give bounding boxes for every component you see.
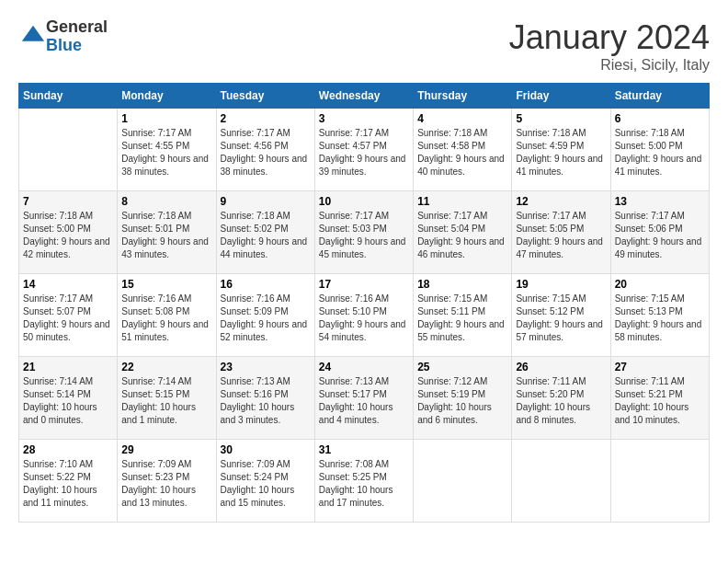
day-info: Sunrise: 7:12 AMSunset: 5:19 PMDaylight:…: [417, 375, 507, 427]
calendar-cell: 3Sunrise: 7:17 AMSunset: 4:57 PMDaylight…: [314, 109, 413, 191]
day-info: Sunrise: 7:17 AMSunset: 5:06 PMDaylight:…: [615, 210, 705, 261]
day-info: Sunrise: 7:15 AMSunset: 5:13 PMDaylight:…: [615, 293, 705, 344]
calendar-cell: 6Sunrise: 7:18 AMSunset: 5:00 PMDaylight…: [610, 109, 709, 191]
calendar-cell: 23Sunrise: 7:13 AMSunset: 5:16 PMDayligh…: [216, 357, 314, 440]
day-info: Sunrise: 7:18 AMSunset: 5:01 PMDaylight:…: [121, 210, 211, 261]
logo-blue: Blue: [46, 36, 82, 54]
day-info: Sunrise: 7:18 AMSunset: 5:00 PMDaylight:…: [23, 210, 113, 261]
day-info: Sunrise: 7:08 AMSunset: 5:25 PMDaylight:…: [319, 458, 409, 510]
weekday-header: Thursday: [414, 84, 512, 109]
calendar-cell: 16Sunrise: 7:16 AMSunset: 5:09 PMDayligh…: [216, 274, 314, 357]
day-number: 28: [23, 443, 113, 456]
day-info: Sunrise: 7:17 AMSunset: 5:07 PMDaylight:…: [23, 293, 113, 344]
day-number: 3: [319, 112, 409, 125]
day-number: 13: [615, 195, 705, 208]
day-info: Sunrise: 7:14 AMSunset: 5:14 PMDaylight:…: [23, 375, 113, 427]
page-header: General Blue January 2024 Riesi, Sicily,…: [18, 18, 710, 74]
calendar-cell: [512, 440, 610, 523]
calendar-cell: 24Sunrise: 7:13 AMSunset: 5:17 PMDayligh…: [314, 357, 413, 440]
weekday-header: Saturday: [610, 84, 709, 109]
day-info: Sunrise: 7:15 AMSunset: 5:12 PMDaylight:…: [516, 293, 606, 344]
day-info: Sunrise: 7:18 AMSunset: 4:58 PMDaylight:…: [417, 127, 507, 178]
day-number: 31: [319, 443, 409, 456]
calendar-cell: 4Sunrise: 7:18 AMSunset: 4:58 PMDaylight…: [414, 109, 512, 191]
calendar-cell: 15Sunrise: 7:16 AMSunset: 5:08 PMDayligh…: [118, 274, 216, 357]
day-info: Sunrise: 7:17 AMSunset: 5:03 PMDaylight:…: [319, 210, 409, 261]
day-info: Sunrise: 7:13 AMSunset: 5:17 PMDaylight:…: [319, 375, 409, 427]
day-number: 17: [319, 278, 409, 291]
day-number: 21: [23, 361, 113, 373]
day-info: Sunrise: 7:17 AMSunset: 5:05 PMDaylight:…: [516, 210, 606, 261]
day-info: Sunrise: 7:18 AMSunset: 5:02 PMDaylight:…: [221, 210, 311, 261]
day-info: Sunrise: 7:10 AMSunset: 5:22 PMDaylight:…: [23, 458, 113, 510]
calendar-cell: 13Sunrise: 7:17 AMSunset: 5:06 PMDayligh…: [610, 191, 709, 274]
calendar-cell: 2Sunrise: 7:17 AMSunset: 4:56 PMDaylight…: [216, 109, 314, 191]
calendar-cell: 14Sunrise: 7:17 AMSunset: 5:07 PMDayligh…: [19, 274, 118, 357]
day-info: Sunrise: 7:17 AMSunset: 4:56 PMDaylight:…: [221, 127, 311, 178]
day-info: Sunrise: 7:16 AMSunset: 5:09 PMDaylight:…: [221, 293, 311, 344]
day-number: 23: [221, 361, 311, 373]
calendar-cell: 29Sunrise: 7:09 AMSunset: 5:23 PMDayligh…: [118, 440, 216, 523]
day-info: Sunrise: 7:16 AMSunset: 5:08 PMDaylight:…: [121, 293, 211, 344]
calendar-cell: 21Sunrise: 7:14 AMSunset: 5:14 PMDayligh…: [19, 357, 118, 440]
day-number: 29: [121, 443, 211, 456]
calendar-week-row: 14Sunrise: 7:17 AMSunset: 5:07 PMDayligh…: [19, 274, 710, 357]
day-number: 4: [417, 112, 507, 125]
weekday-header-row: SundayMondayTuesdayWednesdayThursdayFrid…: [19, 84, 710, 109]
calendar-cell: 27Sunrise: 7:11 AMSunset: 5:21 PMDayligh…: [610, 357, 709, 440]
weekday-header: Wednesday: [314, 84, 413, 109]
calendar-cell: 26Sunrise: 7:11 AMSunset: 5:20 PMDayligh…: [512, 357, 610, 440]
day-info: Sunrise: 7:13 AMSunset: 5:16 PMDaylight:…: [221, 375, 311, 427]
calendar-cell: 1Sunrise: 7:17 AMSunset: 4:55 PMDaylight…: [118, 109, 216, 191]
day-number: 18: [417, 278, 507, 291]
day-number: 30: [221, 443, 311, 456]
weekday-header: Tuesday: [216, 84, 314, 109]
logo-text: General Blue: [46, 18, 108, 55]
day-number: 16: [221, 278, 311, 291]
svg-marker-0: [22, 26, 44, 41]
logo: General Blue: [18, 18, 108, 55]
day-number: 22: [121, 361, 211, 373]
location: Riesi, Sicily, Italy: [509, 57, 710, 74]
calendar-cell: [414, 440, 512, 523]
day-number: 20: [615, 278, 705, 291]
day-info: Sunrise: 7:11 AMSunset: 5:21 PMDaylight:…: [615, 375, 705, 427]
weekday-header: Friday: [512, 84, 610, 109]
weekday-header: Monday: [118, 84, 216, 109]
title-block: January 2024 Riesi, Sicily, Italy: [509, 18, 710, 74]
day-number: 27: [615, 361, 705, 373]
calendar-cell: [19, 109, 118, 191]
day-info: Sunrise: 7:16 AMSunset: 5:10 PMDaylight:…: [319, 293, 409, 344]
day-number: 19: [516, 278, 606, 291]
day-info: Sunrise: 7:17 AMSunset: 5:04 PMDaylight:…: [417, 210, 507, 261]
day-number: 8: [121, 195, 211, 208]
calendar-week-row: 7Sunrise: 7:18 AMSunset: 5:00 PMDaylight…: [19, 191, 710, 274]
calendar-cell: 19Sunrise: 7:15 AMSunset: 5:12 PMDayligh…: [512, 274, 610, 357]
calendar-cell: [610, 440, 709, 523]
calendar-cell: 22Sunrise: 7:14 AMSunset: 5:15 PMDayligh…: [118, 357, 216, 440]
day-info: Sunrise: 7:11 AMSunset: 5:20 PMDaylight:…: [516, 375, 606, 427]
calendar-cell: 31Sunrise: 7:08 AMSunset: 5:25 PMDayligh…: [314, 440, 413, 523]
calendar-cell: 20Sunrise: 7:15 AMSunset: 5:13 PMDayligh…: [610, 274, 709, 357]
day-info: Sunrise: 7:14 AMSunset: 5:15 PMDaylight:…: [121, 375, 211, 427]
day-number: 24: [319, 361, 409, 373]
calendar-week-row: 21Sunrise: 7:14 AMSunset: 5:14 PMDayligh…: [19, 357, 710, 440]
calendar-cell: 17Sunrise: 7:16 AMSunset: 5:10 PMDayligh…: [314, 274, 413, 357]
calendar-cell: 7Sunrise: 7:18 AMSunset: 5:00 PMDaylight…: [19, 191, 118, 274]
day-number: 12: [516, 195, 606, 208]
logo-icon: [20, 24, 46, 50]
day-number: 14: [23, 278, 113, 291]
calendar-week-row: 1Sunrise: 7:17 AMSunset: 4:55 PMDaylight…: [19, 109, 710, 191]
day-number: 10: [319, 195, 409, 208]
day-number: 26: [516, 361, 606, 373]
day-number: 11: [417, 195, 507, 208]
day-info: Sunrise: 7:18 AMSunset: 4:59 PMDaylight:…: [516, 127, 606, 178]
day-info: Sunrise: 7:09 AMSunset: 5:23 PMDaylight:…: [121, 458, 211, 510]
calendar-cell: 28Sunrise: 7:10 AMSunset: 5:22 PMDayligh…: [19, 440, 118, 523]
calendar-cell: 5Sunrise: 7:18 AMSunset: 4:59 PMDaylight…: [512, 109, 610, 191]
day-number: 1: [121, 112, 211, 125]
logo-general: General: [46, 17, 108, 36]
day-info: Sunrise: 7:09 AMSunset: 5:24 PMDaylight:…: [221, 458, 311, 510]
calendar-cell: 10Sunrise: 7:17 AMSunset: 5:03 PMDayligh…: [314, 191, 413, 274]
day-number: 25: [417, 361, 507, 373]
